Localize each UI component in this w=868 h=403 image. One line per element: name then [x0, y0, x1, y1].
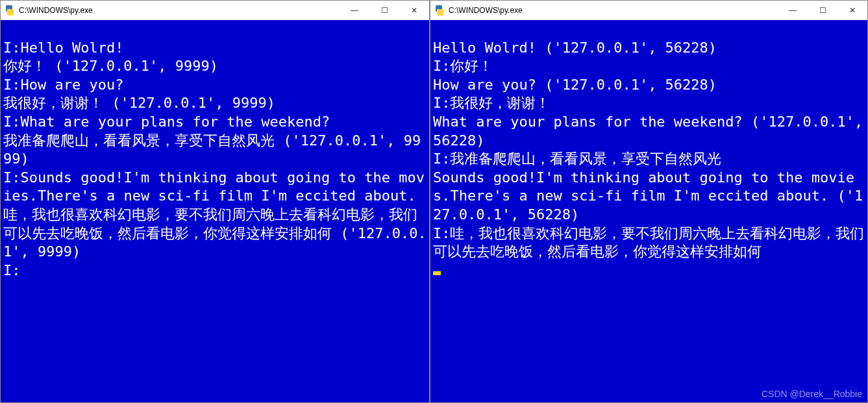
console-line: 你好！ ('127.0.0.1', 9999) — [3, 58, 218, 74]
python-icon — [5, 5, 15, 16]
console-line: I:我准备爬爬山，看看风景，享受下自然风光 — [433, 151, 722, 167]
console-line: Hello Wolrd! ('127.0.0.1', 56228) — [433, 40, 717, 56]
terminal-window-right: C:\WINDOWS\py.exe — ☐ ✕ Hello Wolrd! ('1… — [430, 0, 868, 403]
window-title-right: C:\WINDOWS\py.exe — [449, 6, 778, 15]
window-controls-right: — ☐ ✕ — [778, 1, 867, 19]
console-line: I:Sounds good!I'm thinking about going t… — [3, 169, 425, 204]
console-line: I:我很好，谢谢！ — [433, 95, 551, 111]
console-output-left[interactable]: I:Hello Wolrd! 你好！ ('127.0.0.1', 9999) I… — [1, 20, 429, 402]
python-icon — [434, 5, 445, 16]
window-controls-left: — ☐ ✕ — [340, 1, 429, 19]
cursor-icon — [433, 271, 441, 275]
console-line: I: — [3, 262, 21, 278]
console-line: How are you? ('127.0.0.1', 56228) — [433, 77, 717, 93]
close-button[interactable]: ✕ — [837, 1, 867, 19]
app-icon-box — [430, 5, 449, 16]
maximize-button[interactable]: ☐ — [369, 1, 399, 19]
console-line: Sounds good!I'm thinking about going to … — [433, 169, 863, 223]
console-output-right[interactable]: Hello Wolrd! ('127.0.0.1', 56228) I:你好！ … — [430, 20, 867, 402]
console-line: 我很好，谢谢！ ('127.0.0.1', 9999) — [3, 95, 275, 111]
terminal-window-left: C:\WINDOWS\py.exe — ☐ ✕ I:Hello Wolrd! 你… — [0, 0, 430, 403]
watermark-text: CSDN @Derek__Robbie — [762, 388, 862, 400]
console-line: What are your plans for the weekend? ('1… — [433, 114, 867, 149]
console-line: I:你好！ — [433, 58, 493, 74]
titlebar-left[interactable]: C:\WINDOWS\py.exe — ☐ ✕ — [1, 1, 429, 20]
titlebar-right[interactable]: C:\WINDOWS\py.exe — ☐ ✕ — [430, 1, 867, 20]
app-icon-box — [1, 5, 19, 16]
console-line: I:Hello Wolrd! — [3, 40, 123, 56]
console-line: I:How are you? — [3, 77, 123, 93]
console-line: 我准备爬爬山，看看风景，享受下自然风光 ('127.0.0.1', 9999) — [3, 132, 421, 167]
console-line: I:哇，我也很喜欢科幻电影，要不我们周六晚上去看科幻电影，我们可以先去吃晚饭，然… — [433, 225, 865, 260]
window-title-left: C:\WINDOWS\py.exe — [19, 6, 340, 15]
console-line: I:What are your plans for the weekend? — [3, 114, 330, 130]
console-line: 哇，我也很喜欢科幻电影，要不我们周六晚上去看科幻电影，我们可以先去吃晚饭，然后看… — [3, 206, 427, 260]
minimize-button[interactable]: — — [778, 1, 808, 19]
maximize-button[interactable]: ☐ — [808, 1, 837, 19]
minimize-button[interactable]: — — [340, 1, 369, 19]
close-button[interactable]: ✕ — [399, 1, 429, 19]
